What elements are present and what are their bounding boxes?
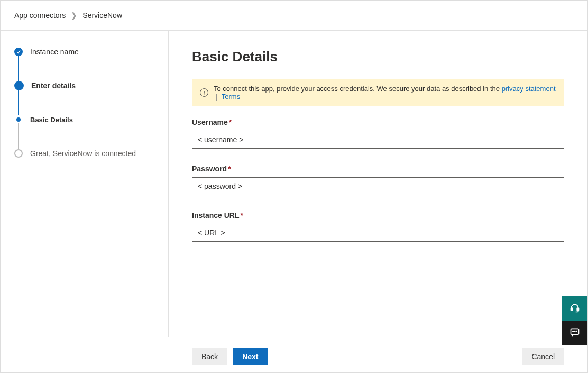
headset-icon xyxy=(569,303,580,315)
floating-widgets xyxy=(562,296,587,345)
step-connected: Great, ServiceNow is connected xyxy=(14,148,158,159)
wizard-footer: Back Next Cancel xyxy=(1,340,587,372)
step-label: Enter details xyxy=(31,81,76,90)
field-password: Password* xyxy=(192,165,564,195)
info-banner: i To connect this app, provide your acce… xyxy=(192,79,564,106)
banner-text: To connect this app, provide your access… xyxy=(214,85,556,101)
back-button[interactable]: Back xyxy=(192,348,227,365)
label-text: Username xyxy=(192,118,228,126)
svg-rect-1 xyxy=(577,308,578,311)
step-connector xyxy=(18,89,19,115)
next-button[interactable]: Next xyxy=(233,348,268,365)
terms-link[interactable]: Terms xyxy=(222,93,240,101)
chevron-right-icon: ❯ xyxy=(71,11,77,20)
step-connector xyxy=(18,55,19,81)
banner-divider: | xyxy=(216,93,217,101)
page-title: Basic Details xyxy=(192,49,564,65)
content-body: Instance name Enter details Basic Detail… xyxy=(1,31,587,337)
check-circle-icon xyxy=(14,48,23,56)
svg-point-5 xyxy=(576,331,577,332)
privacy-statement-link[interactable]: privacy statement xyxy=(502,85,556,93)
instance-url-label: Instance URL* xyxy=(192,211,564,220)
breadcrumb: App connectors ❯ ServiceNow xyxy=(1,1,587,31)
required-asterisk: * xyxy=(229,118,232,126)
username-input[interactable] xyxy=(192,131,564,149)
breadcrumb-parent[interactable]: App connectors xyxy=(14,11,66,20)
wizard-steps: Instance name Enter details Basic Detail… xyxy=(14,47,158,159)
current-step-icon xyxy=(14,81,24,90)
step-connector xyxy=(18,123,19,149)
footer-left-buttons: Back Next xyxy=(192,348,268,365)
substep-dot-icon xyxy=(16,117,21,122)
step-instance-name[interactable]: Instance name xyxy=(14,47,158,57)
password-input[interactable] xyxy=(192,177,564,195)
field-instance-url: Instance URL* xyxy=(192,211,564,242)
future-step-icon xyxy=(14,149,23,158)
step-enter-details[interactable]: Enter details xyxy=(14,80,158,91)
label-text: Password xyxy=(192,165,227,173)
label-text: Instance URL xyxy=(192,211,239,220)
banner-message: To connect this app, provide your access… xyxy=(214,85,502,93)
step-label: Instance name xyxy=(30,48,79,56)
step-label: Basic Details xyxy=(30,116,73,124)
main-panel: Basic Details i To connect this app, pro… xyxy=(169,31,587,337)
info-icon: i xyxy=(200,88,208,97)
field-username: Username* xyxy=(192,118,564,149)
svg-point-4 xyxy=(574,331,575,332)
support-widget[interactable] xyxy=(562,296,587,321)
wizard-sidebar: Instance name Enter details Basic Detail… xyxy=(1,31,169,337)
svg-point-3 xyxy=(573,331,574,332)
username-label: Username* xyxy=(192,118,564,126)
step-basic-details[interactable]: Basic Details xyxy=(14,114,158,125)
svg-rect-0 xyxy=(571,308,573,311)
chat-icon xyxy=(569,327,580,339)
step-label: Great, ServiceNow is connected xyxy=(30,149,136,158)
instance-url-input[interactable] xyxy=(192,224,564,242)
cancel-button[interactable]: Cancel xyxy=(522,348,564,365)
required-asterisk: * xyxy=(240,211,243,220)
chat-widget[interactable] xyxy=(562,321,587,345)
page-frame: App connectors ❯ ServiceNow Instance nam… xyxy=(0,0,588,373)
password-label: Password* xyxy=(192,165,564,173)
breadcrumb-current: ServiceNow xyxy=(82,11,122,20)
required-asterisk: * xyxy=(228,165,231,173)
